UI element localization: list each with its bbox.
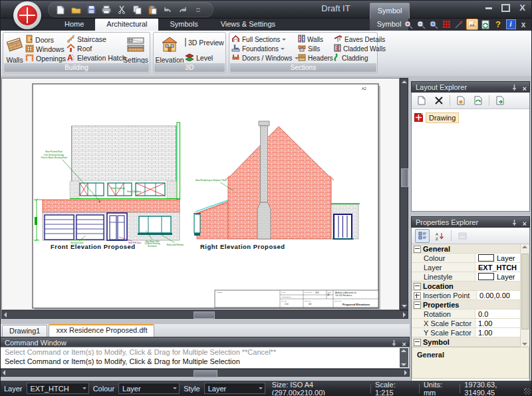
- walls-section-button[interactable]: Walls: [297, 35, 333, 44]
- scroll-up-icon[interactable]: [401, 349, 406, 352]
- maximize-button[interactable]: [501, 4, 510, 12]
- windows-button[interactable]: Windows: [25, 45, 66, 54]
- category-row[interactable]: Symbol: [412, 337, 521, 347]
- cut-icon[interactable]: [116, 5, 127, 15]
- sort-alphabetical-icon[interactable]: AZ: [434, 230, 447, 242]
- close-button[interactable]: X: [519, 5, 525, 11]
- refresh-document-icon[interactable]: [480, 19, 491, 29]
- zoom-in-icon[interactable]: [403, 19, 414, 29]
- measure-icon[interactable]: [454, 19, 464, 29]
- collapse-icon[interactable]: [414, 339, 421, 346]
- undo-icon[interactable]: [162, 5, 173, 15]
- sills-button[interactable]: Sills: [297, 44, 333, 53]
- scroll-right-icon[interactable]: [404, 370, 407, 375]
- vertical-scroll-thumb[interactable]: [401, 168, 408, 187]
- pin-icon[interactable]: [511, 218, 517, 230]
- scroll-right-icon[interactable]: [403, 312, 406, 317]
- command-vertical-scrollbar[interactable]: [400, 348, 408, 367]
- property-row-x-scale[interactable]: X Scale Factor1.00: [412, 319, 521, 328]
- help-icon[interactable]: ?: [493, 19, 503, 29]
- ribbon-close-icon[interactable]: x: [518, 19, 529, 29]
- foundations-button[interactable]: Foundations: [231, 44, 297, 53]
- 3d-preview-checkbox[interactable]: 3D Preview: [184, 37, 224, 47]
- cladding-button[interactable]: Cladding: [333, 53, 378, 63]
- collapse-icon[interactable]: [414, 246, 421, 253]
- doors-button[interactable]: Doors: [25, 35, 66, 45]
- collapse-icon[interactable]: [414, 283, 421, 290]
- property-row-colour[interactable]: ColourLayer: [412, 254, 521, 263]
- scroll-left-icon[interactable]: [3, 370, 5, 375]
- colour-dropdown[interactable]: Layer: [118, 383, 180, 394]
- canvas-horizontal-scrollbar[interactable]: [1, 310, 408, 319]
- scroll-left-icon[interactable]: [4, 312, 7, 317]
- settings-button[interactable]: Settings: [123, 34, 148, 63]
- horizontal-scroll-thumb[interactable]: [194, 370, 217, 377]
- scroll-up-icon[interactable]: [402, 81, 407, 83]
- save-icon[interactable]: [86, 5, 96, 15]
- eaves-details-button[interactable]: Eaves Details: [333, 35, 378, 44]
- elevation-hatch-button[interactable]: A Elevation Hatch: [66, 53, 123, 63]
- category-row[interactable]: General: [412, 244, 521, 254]
- scroll-down-icon[interactable]: [401, 363, 406, 366]
- canvas-vertical-scrollbar[interactable]: [400, 78, 408, 310]
- open-folder-icon[interactable]: [70, 5, 81, 15]
- walls-button[interactable]: Walls: [5, 34, 25, 63]
- minimize-button[interactable]: [485, 7, 492, 9]
- level-button[interactable]: Level: [184, 53, 224, 63]
- headers-button[interactable]: Headers: [297, 53, 333, 63]
- property-row-y-scale[interactable]: Y Scale Factor1.00: [412, 328, 521, 337]
- scroll-up-icon[interactable]: [522, 246, 527, 248]
- refresh-layout-icon[interactable]: [471, 95, 485, 107]
- doc-tab-residence[interactable]: xxx Residence Proposed.dft: [49, 324, 154, 337]
- resize-grip[interactable]: [524, 388, 531, 395]
- expand-icon[interactable]: [414, 292, 421, 299]
- insert-layout-icon[interactable]: [493, 95, 507, 107]
- drawing-canvas[interactable]: A2 New Opening New Cladding: [1, 78, 400, 310]
- staircase-button[interactable]: Staircase: [66, 35, 123, 44]
- property-grid-scrollbar[interactable]: [520, 244, 529, 347]
- image-export-icon[interactable]: [466, 19, 478, 30]
- context-tab-header[interactable]: Symbol: [370, 3, 410, 19]
- zoom-extents-icon[interactable]: [428, 19, 439, 29]
- elevation-button[interactable]: Elevation: [155, 34, 184, 63]
- horizontal-scroll-thumb[interactable]: [194, 311, 215, 319]
- qat-more-icon[interactable]: [193, 5, 203, 15]
- pin-icon[interactable]: [511, 83, 517, 95]
- scroll-down-icon[interactable]: [402, 305, 407, 307]
- roof-button[interactable]: Roof: [66, 44, 123, 53]
- tab-home[interactable]: Home: [53, 18, 95, 31]
- layout-explorer-close-icon[interactable]: ×: [523, 85, 527, 93]
- doc-tab-drawing1[interactable]: Drawing1: [2, 325, 47, 337]
- tab-architectural[interactable]: Architectural: [95, 18, 158, 31]
- property-row-layer[interactable]: LayerEXT_HTCH: [412, 263, 521, 272]
- redo-icon[interactable]: [178, 5, 188, 15]
- tab-symbols[interactable]: Symbols: [158, 18, 209, 31]
- collapse-icon[interactable]: [414, 301, 421, 309]
- grid-scroll-thumb[interactable]: [521, 254, 529, 329]
- full-sections-button[interactable]: Full Sections: [231, 35, 297, 44]
- info-icon[interactable]: i: [505, 19, 516, 29]
- properties-explorer-close-icon[interactable]: ×: [523, 220, 527, 228]
- doors-windows-section-button[interactable]: Doors / Windows: [231, 53, 297, 63]
- cladded-walls-button[interactable]: Cladded Walls: [333, 44, 378, 53]
- command-horizontal-scrollbar[interactable]: [0, 369, 410, 377]
- property-row-linestyle[interactable]: LinestyleLayer: [412, 272, 521, 282]
- categorized-view-icon[interactable]: [415, 229, 430, 243]
- copy-icon[interactable]: [132, 5, 142, 15]
- property-row-insertion-point[interactable]: Insertion Point0.00,0.00: [412, 291, 521, 300]
- style-dropdown[interactable]: Layer: [204, 383, 265, 394]
- delete-layout-icon[interactable]: [432, 95, 446, 107]
- snap-grid-icon[interactable]: [441, 19, 452, 29]
- tab-views-settings[interactable]: Views & Settings: [209, 18, 287, 31]
- scroll-down-icon[interactable]: [522, 343, 527, 345]
- new-file-icon[interactable]: [55, 5, 66, 15]
- app-logo[interactable]: [13, 1, 41, 29]
- command-history[interactable]: Select Command or Item(s) to Modify, Cli…: [0, 347, 410, 369]
- export-layout-icon[interactable]: [454, 95, 467, 107]
- openings-button[interactable]: Openings: [25, 54, 66, 63]
- property-row-rotation[interactable]: Rotation0.0: [412, 309, 521, 319]
- paste-icon[interactable]: [147, 5, 158, 15]
- new-layout-icon[interactable]: [415, 95, 428, 107]
- category-row[interactable]: Properties: [412, 300, 521, 309]
- layout-tree-item-drawing[interactable]: Drawing: [414, 112, 527, 123]
